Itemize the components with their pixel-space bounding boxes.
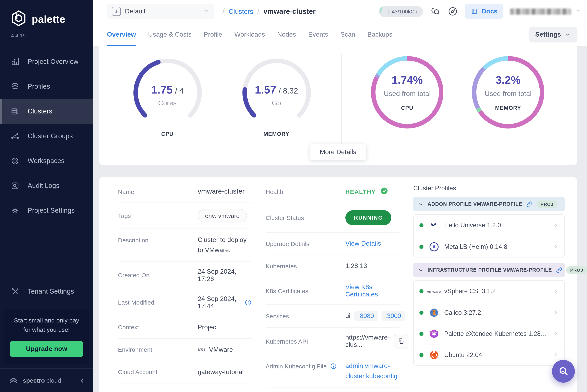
profile-pack-row[interactable]: Hello Universe 1.2.0	[414, 215, 564, 236]
sidebar-item-clusters[interactable]: Clusters	[0, 99, 93, 124]
cpu-donut-label: CPU	[401, 105, 413, 111]
tab-profile[interactable]: Profile	[204, 23, 222, 46]
tab-backups[interactable]: Backups	[367, 23, 392, 46]
sidebar-item-label: Workspaces	[28, 157, 65, 165]
sidebar-item-workspaces[interactable]: Workspaces	[0, 148, 93, 173]
info-icon[interactable]	[330, 363, 337, 370]
top-header: Default / Clusters / vmware-cluster 1.43…	[93, 0, 587, 23]
profile-pack-row[interactable]: Ubuntu 22.04	[414, 344, 564, 365]
memory-usage-gauge: 1.57 / 8.32 Gb MEMORY	[239, 58, 313, 165]
vmware-mark-icon: vm	[198, 346, 205, 352]
status-dot	[419, 289, 423, 293]
kubeconfig-download-link[interactable]: admin.vmware-cluster.kubeconfig	[345, 361, 399, 381]
view-k8s-certificates-link[interactable]: View K8s Certificates	[345, 284, 399, 298]
breadcrumb: / Clusters / vmware-cluster	[223, 7, 316, 16]
status-dot	[419, 353, 423, 357]
compass-icon[interactable]	[447, 6, 458, 17]
layers-icon	[11, 82, 20, 91]
profile-link-icon[interactable]	[526, 201, 532, 207]
breadcrumb-current: vmware-cluster	[263, 7, 316, 16]
calico-icon	[428, 307, 439, 318]
profile-pack-row[interactable]: MetalLB (Helm) 0.14.8	[414, 236, 564, 257]
cpu-percent: 1.74%	[391, 74, 423, 86]
docs-button[interactable]: Docs	[465, 4, 503, 19]
project-selector[interactable]: Default	[107, 4, 214, 19]
service-port-link[interactable]: :8080	[354, 311, 378, 321]
cloud-account-value: gateway-tutorial	[198, 368, 244, 376]
details-column-middle: Health HEALTHY Cluster Status RUNNING Up…	[266, 180, 399, 392]
promo-text: Start small and only payfor what you use…	[10, 316, 83, 334]
project-icon	[112, 7, 121, 16]
sidebar-nav: Project Overview Profiles Clusters Clust…	[0, 49, 93, 223]
ubuntu-icon	[428, 349, 439, 360]
scope-badge: PROJ	[566, 266, 587, 274]
tab-workloads[interactable]: Workloads	[234, 23, 265, 46]
breadcrumb-clusters-link[interactable]: Clusters	[229, 8, 253, 15]
search-smile-icon	[557, 365, 569, 377]
health-status: HEALTHY	[345, 188, 376, 195]
tab-events[interactable]: Events	[308, 23, 328, 46]
status-dot	[419, 223, 423, 227]
metallb-icon	[428, 241, 439, 252]
chevron-right-icon	[552, 244, 558, 250]
nodes-icon	[11, 132, 20, 140]
profile-pack-row[interactable]: vmware vSphere CSI 3.1.2	[414, 280, 564, 302]
sidebar-item-cluster-groups[interactable]: Cluster Groups	[0, 124, 93, 148]
status-dot	[419, 244, 423, 249]
sidebar-item-label: Cluster Groups	[28, 132, 73, 140]
addon-profile-items: Hello Universe 1.2.0 MetalLB (Helm) 0.14…	[413, 214, 565, 258]
tag-chip: env: vmware	[198, 209, 247, 222]
service-port-link[interactable]: :3000	[382, 311, 405, 321]
sidebar-item-profiles[interactable]: Profiles	[0, 74, 93, 99]
sidebar-item-project-overview[interactable]: Project Overview	[0, 49, 93, 74]
upgrade-now-button[interactable]: Upgrade now	[10, 341, 83, 357]
user-menu[interactable]	[510, 7, 581, 16]
tab-nodes[interactable]: Nodes	[277, 23, 296, 46]
service-name: ui	[345, 312, 350, 320]
infrastructure-profile-header[interactable]: INFRASTRUCTURE PROFILE VMWARE-PROFILE PR…	[413, 263, 565, 277]
chevron-right-icon	[552, 310, 558, 316]
cpu-total-donut: 1.74% Used from total CPU	[370, 55, 444, 129]
sidebar-item-label: Profiles	[28, 82, 50, 90]
sidebar-item-label: Audit Logs	[28, 182, 59, 190]
copy-button[interactable]	[394, 334, 409, 348]
memory-used-value: 1.57	[255, 84, 276, 96]
settings-button[interactable]: Settings	[529, 27, 577, 42]
view-details-link[interactable]: View Details	[345, 240, 381, 247]
header-actions: 1.43/100kCh Docs	[379, 4, 581, 19]
sidebar-item-project-settings[interactable]: Project Settings	[0, 198, 93, 223]
chevron-right-icon	[552, 222, 558, 228]
detail-row-health: Health HEALTHY	[266, 180, 399, 203]
detail-row-modified: Last Modified 24 Sep 2024, 17:44	[118, 289, 252, 316]
cluster-name-value: vmware-cluster	[198, 188, 245, 196]
info-icon[interactable]	[245, 299, 252, 306]
bar-chart-icon	[11, 57, 20, 66]
detail-row-created: Created On 24 Sep 2024, 17:26	[118, 262, 252, 289]
sidebar-item-label: Clusters	[28, 107, 52, 115]
chat-icon[interactable]	[430, 6, 440, 17]
copy-icon	[398, 338, 405, 344]
collapse-sidebar-icon[interactable]	[79, 377, 86, 384]
vmware-icon: vmware	[428, 286, 439, 297]
profile-link-icon[interactable]	[556, 267, 562, 273]
sidebar-item-audit-logs[interactable]: Audit Logs	[0, 173, 93, 198]
tab-scan[interactable]: Scan	[340, 23, 355, 46]
profile-pack-row[interactable]: Calico 3.27.2	[414, 302, 564, 323]
cpu-usage-gauge: 1.75 / 4 Cores CPU	[130, 58, 204, 165]
tab-usage-costs[interactable]: Usage & Costs	[148, 23, 191, 46]
upgrade-promo: Start small and only payfor what you use…	[4, 309, 89, 364]
sidebar-item-tenant-settings[interactable]: Tenant Settings	[0, 279, 93, 304]
memory-percent: 3.2%	[495, 74, 520, 86]
last-modified-value: 24 Sep 2024, 17:44	[198, 295, 240, 310]
search-fab-button[interactable]	[552, 360, 575, 383]
profile-pack-row[interactable]: Palette eXtended Kubernetes 1.28.13	[414, 323, 564, 344]
status-dot	[419, 310, 423, 314]
tab-overview[interactable]: Overview	[107, 23, 136, 46]
detail-row-agent: Agent version 4.4.9/20240912.1118	[266, 388, 399, 392]
memory-total-donut: 3.2% Used from total MEMORY	[471, 55, 545, 129]
cpu-unit: Cores	[158, 99, 177, 107]
status-badge: RUNNING	[345, 210, 391, 225]
server-icon	[11, 107, 20, 116]
more-details-button[interactable]: More Details	[310, 144, 366, 160]
addon-profile-header[interactable]: ADDON PROFILE VMWARE-PROFILE PROJ	[413, 197, 565, 211]
